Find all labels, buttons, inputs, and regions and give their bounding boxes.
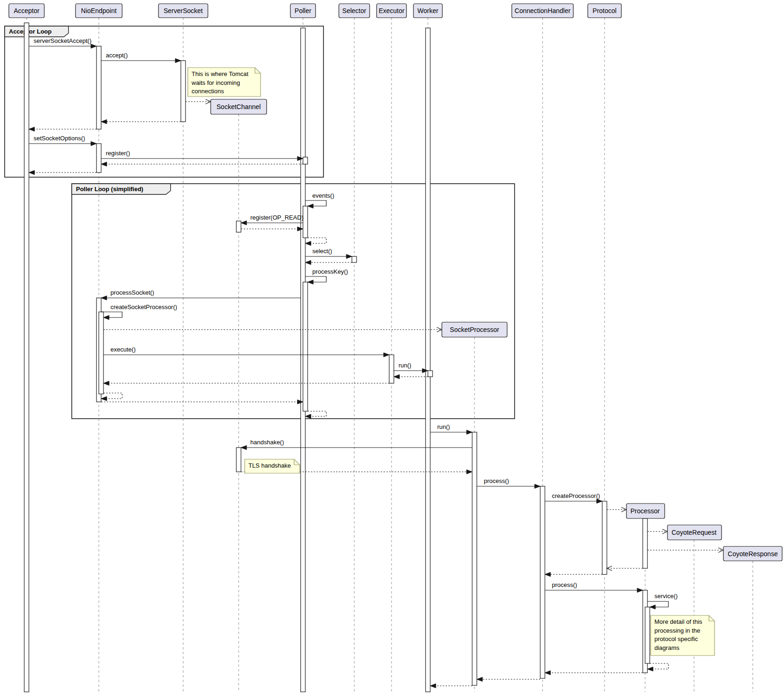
participant-label-CoyoteResponse: CoyoteResponse xyxy=(728,550,778,558)
arrowhead xyxy=(305,261,311,265)
message-label-select: select() xyxy=(312,248,332,255)
arrowhead xyxy=(637,588,643,593)
message-label-run: run() xyxy=(399,362,411,369)
activation-bar xyxy=(540,486,545,678)
arrowhead xyxy=(241,446,247,450)
message-label-execute: execute() xyxy=(110,346,136,353)
arrowhead xyxy=(545,573,550,577)
participant-label-SocketChannel: SocketChannel xyxy=(217,103,261,110)
activation-bar xyxy=(96,46,101,129)
arrowhead xyxy=(535,484,540,489)
arrowhead xyxy=(29,127,34,131)
arrowhead xyxy=(308,204,313,208)
message-label-service: service() xyxy=(654,593,678,600)
arrowhead xyxy=(101,397,107,401)
activation-bar xyxy=(236,448,241,472)
arrowhead xyxy=(384,353,389,357)
activation-bar xyxy=(303,157,308,164)
message-label-process: process() xyxy=(484,477,509,484)
note-text: protocol specific xyxy=(654,635,698,642)
arrowhead xyxy=(467,470,472,474)
arrowhead xyxy=(545,671,550,675)
message-label-register-op-read: register(OP_READ) xyxy=(250,214,303,221)
note-text: connections xyxy=(192,88,224,95)
message-label-register: register() xyxy=(106,150,130,157)
activation-bar xyxy=(645,607,650,663)
note-text: processing in the xyxy=(654,627,700,634)
arrowhead xyxy=(101,120,107,124)
note-text: waits for incoming xyxy=(191,79,240,86)
arrowhead xyxy=(430,684,436,688)
participant-label-Protocol: Protocol xyxy=(592,7,616,14)
participant-label-Poller: Poller xyxy=(295,7,311,14)
arrowhead xyxy=(241,221,247,225)
arrowhead xyxy=(308,280,313,284)
frame-label: Poller Loop (simplified) xyxy=(76,186,143,193)
participant-label-Selector: Selector xyxy=(342,7,366,14)
participant-label-ConnectionHandler: ConnectionHandler xyxy=(515,7,571,14)
note-text: This is where Tomcat xyxy=(192,70,248,77)
activation-bar xyxy=(352,256,357,262)
message-label-run: run() xyxy=(437,423,450,430)
arrowhead xyxy=(305,414,311,419)
message-label-serverSocketAccept: serverSocketAccept() xyxy=(34,37,91,44)
activation-bar xyxy=(426,28,430,692)
activation-bar xyxy=(602,501,607,574)
arrowhead xyxy=(305,242,311,246)
self-message-line-processKey xyxy=(305,276,326,282)
message-label-createProcessor: createProcessor() xyxy=(552,492,600,499)
message-label-processSocket: processSocket() xyxy=(110,289,154,296)
activation-bar xyxy=(236,221,241,232)
message-label-handshake: handshake() xyxy=(250,439,284,446)
arrowhead xyxy=(394,375,399,379)
arrowhead xyxy=(597,499,602,504)
activation-bar xyxy=(99,312,103,394)
activation-bar xyxy=(96,144,101,173)
activation-bar xyxy=(389,355,394,383)
arrowhead xyxy=(101,296,107,300)
activation-bar xyxy=(181,61,186,122)
arrowhead xyxy=(477,677,482,682)
sequence-diagram-canvas: Acceptor LoopPoller Loop (simplified)ser… xyxy=(0,0,784,697)
arrowhead xyxy=(650,605,655,609)
message-label-process: process() xyxy=(552,581,577,588)
activation-bar xyxy=(303,282,308,411)
arrowhead xyxy=(101,162,107,166)
activation-bar xyxy=(303,206,308,238)
activation-bar xyxy=(24,23,29,692)
arrowhead xyxy=(91,44,96,48)
note-text: More detail of this xyxy=(654,618,702,625)
activation-bar xyxy=(643,518,647,568)
arrowhead xyxy=(175,59,181,63)
participant-label-SocketProcessor: SocketProcessor xyxy=(450,326,499,333)
participant-label-CoyoteRequest: CoyoteRequest xyxy=(672,529,717,536)
arrowhead xyxy=(29,171,34,175)
message-label-processKey: processKey() xyxy=(312,268,348,275)
arrowhead xyxy=(647,667,653,671)
message-label-setSocketOptions: setSocketOptions() xyxy=(34,135,85,142)
arrowhead xyxy=(103,381,109,386)
sequence-diagram: Acceptor LoopPoller Loop (simplified)ser… xyxy=(0,0,784,697)
message-label-events: events() xyxy=(312,192,334,199)
participant-label-NioEndpoint: NioEndpoint xyxy=(81,7,117,14)
self-message-line-service xyxy=(647,601,668,607)
frame-label: Acceptor Loop xyxy=(9,28,52,35)
arrowhead xyxy=(467,430,472,435)
participant-label-Processor: Processor xyxy=(630,507,660,515)
participant-label-ServerSocket: ServerSocket xyxy=(164,7,203,14)
arrowhead xyxy=(103,316,109,320)
activation-bar xyxy=(428,371,433,377)
self-message-line-createSocketProcessor xyxy=(101,312,122,317)
frame xyxy=(5,26,323,177)
arrowhead xyxy=(91,142,96,146)
participant-label-Worker: Worker xyxy=(418,7,439,14)
note-text: diagrams xyxy=(654,644,680,651)
message-label-createSocketProcessor: createSocketProcessor() xyxy=(110,304,177,311)
participant-label-Executor: Executor xyxy=(378,7,405,14)
self-message-line-events xyxy=(305,200,326,206)
message-label-accept: accept() xyxy=(106,52,128,59)
arrowhead xyxy=(346,255,352,259)
activation-bar xyxy=(472,432,477,685)
participant-label-Acceptor: Acceptor xyxy=(14,7,40,14)
note-text: TLS handshake xyxy=(248,462,291,469)
